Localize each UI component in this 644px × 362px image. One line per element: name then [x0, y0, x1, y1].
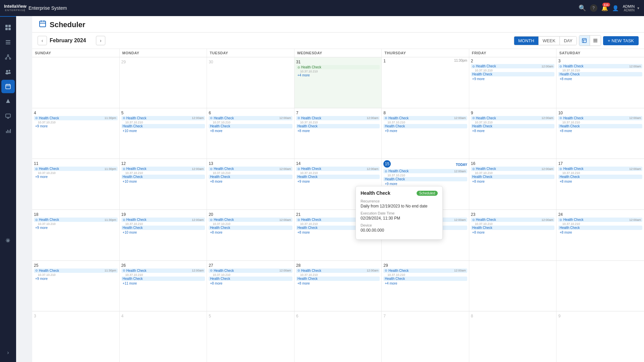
more-w4-tue[interactable]: +8 more — [209, 230, 292, 235]
event-w3-sat-2[interactable]: Health Check — [558, 175, 642, 179]
sidebar-item-dashboard[interactable] — [1, 21, 15, 34]
event-w3-tue-1[interactable]: ⊙ Health Check 12:00am — [209, 167, 292, 171]
sidebar-item-reports[interactable] — [1, 124, 15, 137]
event-w3-sun-1[interactable]: ⊙ Health Check 11:30pm — [34, 167, 118, 171]
event-w1-sat-1[interactable]: ⊙ Health Check 12:00am — [558, 64, 642, 68]
more-w1-wed[interactable]: +4 more — [296, 73, 380, 77]
more-w5-mon[interactable]: +11 more — [121, 281, 205, 286]
event-w5-sun-1[interactable]: ⊙ Health Check 11:30pm — [34, 268, 118, 273]
more-w5-sun[interactable]: +9 more — [34, 277, 118, 281]
event-w4-fri-2[interactable]: Health Check — [471, 226, 555, 230]
event-w3-mon-1[interactable]: ⊙ Health Check 12:00am — [121, 167, 205, 171]
event-w3-fri-2[interactable]: Health Check — [471, 175, 555, 179]
view-day-button[interactable]: DAY — [560, 37, 577, 45]
event-w3-wed-1[interactable]: ⊙ Health Check 12:00am — [296, 167, 380, 171]
more-w4-fri[interactable]: +8 more — [471, 230, 555, 235]
event-w3-mon-2[interactable]: Health Check — [121, 175, 205, 179]
next-month-button[interactable]: › — [96, 36, 105, 45]
event-w3-wed-2[interactable]: Health Check — [296, 175, 380, 179]
sidebar-item-topology[interactable] — [1, 50, 15, 64]
sidebar-item-monitor[interactable] — [1, 109, 15, 123]
event-w5-mon-1[interactable]: ⊙ Health Check 12:00am — [121, 268, 205, 273]
event-w2-wed-1[interactable]: ⊙ Health Check 12:00am — [296, 116, 380, 120]
event-w4-mon-2[interactable]: Health Check — [121, 226, 205, 230]
more-w4-mon[interactable]: +10 more — [121, 230, 205, 235]
event-w5-wed-2[interactable]: Health Check — [296, 277, 380, 281]
more-w3-tue[interactable]: +8 more — [209, 179, 292, 184]
event-w3-thu-1[interactable]: ⊙ Health Check 12:00am — [383, 169, 467, 173]
event-w3-sat-1[interactable]: ⊙ Health Check 12:00am — [558, 167, 642, 171]
event-w5-tue-1[interactable]: ⊙ Health Check 12:00am — [209, 268, 292, 273]
notification-bell[interactable]: 🔔 111 — [601, 5, 608, 12]
more-w4-sat[interactable]: +8 more — [558, 230, 642, 235]
sidebar-item-groups[interactable] — [1, 65, 15, 78]
event-w5-mon-2[interactable]: Health Check — [121, 277, 205, 281]
view-month-button[interactable]: MONTH — [514, 37, 539, 45]
sidebar-item-settings[interactable] — [1, 234, 15, 247]
help-icon[interactable]: ? — [590, 4, 597, 12]
event-w4-mon-1[interactable]: ⊙ Health Check 12:00am — [121, 218, 205, 222]
new-task-button[interactable]: + NEW TASK — [603, 36, 639, 45]
event-w1-sat-2[interactable]: Health Check — [558, 72, 642, 76]
event-w4-tue-2[interactable]: Health Check — [209, 226, 292, 230]
more-w4-sun[interactable]: +9 more — [34, 226, 118, 230]
more-w2-tue[interactable]: +8 more — [209, 129, 292, 133]
event-w3-fri-1[interactable]: ⊙ Health Check 12:00am — [471, 167, 555, 171]
more-w5-tue[interactable]: +8 more — [209, 281, 292, 286]
sidebar-item-list[interactable] — [1, 36, 15, 49]
more-w2-sun[interactable]: +9 more — [34, 124, 118, 128]
more-w2-mon[interactable]: +10 more — [121, 129, 205, 133]
more-w2-wed[interactable]: +8 more — [296, 129, 380, 133]
event-w2-sun-1[interactable]: ⊙ Health Check 11:30pm — [34, 116, 118, 120]
event-w5-thu-2[interactable]: Health Check — [383, 277, 467, 281]
event-w2-sat-1[interactable]: ⊙ Health Check 12:00am — [558, 116, 642, 120]
sidebar-item-alerts[interactable] — [1, 95, 15, 108]
more-w3-wed[interactable]: +9 more — [296, 179, 380, 184]
event-w2-mon-2[interactable]: Health Check — [121, 124, 205, 128]
view-week-button[interactable]: WEEK — [539, 37, 560, 45]
event-w4-sun-1[interactable]: ⊙ Health Check 11:30pm — [34, 218, 118, 222]
more-w2-thu[interactable]: +9 more — [383, 129, 467, 133]
event-w2-tue-1[interactable]: ⊙ Health Check 12:00am — [209, 116, 292, 120]
event-w4-tue-1[interactable]: ⊙ Health Check 12:00am — [209, 218, 292, 222]
event-w5-thu-1[interactable]: ⊙ Health Check 12:00am — [383, 268, 467, 273]
more-w3-mon[interactable]: +10 more — [121, 179, 205, 184]
event-w2-mon-1[interactable]: ⊙ Health Check 12:00am — [121, 116, 205, 120]
prev-month-button[interactable]: ‹ — [38, 36, 47, 45]
more-w2-sat[interactable]: +8 more — [558, 129, 642, 133]
tooltip-recurrence-section: Recurrence Daily from 12/19/2023 to No e… — [361, 199, 438, 208]
more-w2-fri[interactable]: +8 more — [471, 129, 555, 133]
event-w1-fri-1[interactable]: ⊙ Health Check 12:00am — [471, 64, 555, 68]
event-w2-wed-2[interactable]: Health Check — [296, 124, 380, 128]
event-w2-tue-2[interactable]: Health Check — [209, 124, 292, 128]
profile-icon[interactable]: 👤 — [612, 5, 619, 11]
event-w1-fri-2[interactable]: Health Check — [471, 72, 555, 76]
event-w4-sat-2[interactable]: Health Check — [558, 226, 642, 230]
more-w1-fri[interactable]: +9 more — [471, 77, 555, 81]
event-w2-sat-2[interactable]: Health Check — [558, 124, 642, 128]
sidebar-item-scheduler[interactable] — [1, 80, 15, 93]
event-w5-tue-2[interactable]: Health Check — [209, 277, 292, 281]
event-w3-thu-2[interactable]: Health Check — [383, 177, 467, 181]
more-w3-thu[interactable]: +9 more — [383, 182, 467, 186]
more-w5-thu[interactable]: +4 more — [383, 281, 467, 286]
more-w3-sat[interactable]: +8 more — [558, 179, 642, 184]
admin-menu[interactable]: ADMIN ADMIN ▼ — [623, 4, 640, 12]
event-w5-wed-1[interactable]: ⊙ Health Check 12:00am — [296, 268, 380, 273]
sidebar-expand-button[interactable]: › — [1, 346, 15, 359]
event-w1-wed-1[interactable]: ⊙ Health Check — [296, 65, 380, 69]
event-w2-fri-2[interactable]: Health Check — [471, 124, 555, 128]
search-icon[interactable]: 🔍 — [579, 4, 586, 12]
event-w2-thu-1[interactable]: ⊙ Health Check 12:00am — [383, 116, 467, 120]
more-w3-fri[interactable]: +8 more — [471, 179, 555, 184]
more-w1-sat[interactable]: +8 more — [558, 77, 642, 81]
event-w4-sat-1[interactable]: ⊙ Health Check 12:00am — [558, 218, 642, 222]
grid-view-list-button[interactable] — [590, 36, 601, 46]
grid-view-calendar-button[interactable] — [579, 36, 590, 46]
more-w3-sun[interactable]: +9 more — [34, 175, 118, 179]
event-w3-tue-2[interactable]: Health Check — [209, 175, 292, 179]
event-w2-fri-1[interactable]: ⊙ Health Check 12:00am — [471, 116, 555, 120]
more-w5-wed[interactable]: +8 more — [296, 281, 380, 286]
event-w4-fri-1[interactable]: ⊙ Health Check 12:00am — [471, 218, 555, 222]
event-w2-thu-2[interactable]: Health Check — [383, 124, 467, 128]
